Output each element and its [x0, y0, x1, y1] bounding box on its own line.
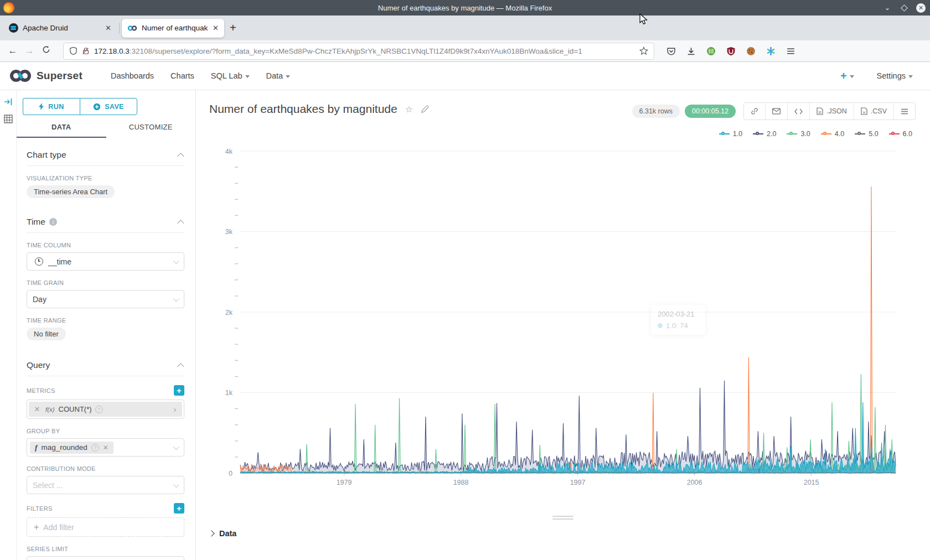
run-button[interactable]: RUN — [23, 98, 80, 115]
nav-sql-lab[interactable]: SQL Lab — [211, 71, 250, 80]
bolt-icon — [39, 103, 44, 110]
downloads-icon[interactable] — [686, 46, 696, 56]
group-by-select[interactable]: f mag_rounded ? ✕ — [27, 438, 184, 457]
chevron-down-icon — [908, 75, 913, 78]
series-limit-select[interactable]: Select ... — [27, 556, 184, 560]
nav-settings[interactable]: Settings — [877, 71, 913, 80]
time-grain-select[interactable]: Day — [27, 290, 184, 308]
bookmark-star-icon[interactable] — [639, 46, 648, 55]
menu-icon[interactable] — [786, 46, 795, 56]
chevron-down-icon — [173, 444, 179, 450]
window-titlebar: Numer of earthquakes by magnitude — Mozi… — [0, 0, 930, 15]
tab-customize[interactable]: CUSTOMIZE — [106, 123, 196, 138]
window-close-icon[interactable]: ✕ — [916, 3, 926, 13]
privacy-badger-icon[interactable] — [706, 46, 716, 56]
embed-code-button[interactable] — [788, 103, 810, 120]
new-tab-button[interactable]: + — [230, 22, 236, 34]
remove-icon[interactable]: ✕ — [103, 444, 108, 452]
svg-text:1997: 1997 — [570, 479, 586, 486]
data-panel-toggle[interactable]: Data — [209, 529, 236, 538]
email-button[interactable] — [766, 103, 788, 120]
reload-icon[interactable] — [38, 45, 54, 56]
tab-apache-druid[interactable]: Apache Druid ✕ — [3, 19, 117, 38]
nav-dashboards[interactable]: Dashboards — [111, 71, 154, 80]
url-bar[interactable]: 172.18.0.3:32108/superset/explore/?form_… — [63, 43, 654, 60]
tab-close-icon[interactable]: ✕ — [213, 24, 219, 32]
cookie-icon[interactable] — [746, 46, 756, 56]
copy-link-button[interactable] — [744, 103, 766, 120]
nav-charts[interactable]: Charts — [170, 71, 194, 80]
multi-account-icon[interactable] — [766, 46, 776, 56]
legend-marker-icon — [719, 131, 730, 137]
legend-marker-icon — [855, 131, 865, 137]
chevron-up-icon — [177, 220, 184, 227]
tab-close-icon[interactable]: ✕ — [105, 24, 111, 32]
window-maximize-icon[interactable] — [900, 3, 908, 12]
legend-item-3.0[interactable]: 3.0 — [787, 130, 810, 138]
save-button[interactable]: SAVE — [80, 98, 137, 115]
legend-label: 4.0 — [835, 130, 844, 138]
query-timer-badge: 00:00:05.12 — [685, 105, 736, 118]
superset-logo[interactable]: Superset — [9, 69, 82, 83]
pocket-icon[interactable] — [666, 46, 676, 56]
legend-item-5.0[interactable]: 5.0 — [855, 130, 878, 138]
chevron-down-icon — [173, 295, 179, 302]
add-metric-button[interactable]: + — [174, 385, 184, 396]
shield-icon[interactable] — [69, 46, 78, 55]
timeseries-area-chart[interactable]: 01k2k3k4k19791988199720062015 — [210, 138, 930, 495]
time-range-pill[interactable]: No filter — [27, 328, 66, 340]
back-icon[interactable]: ← — [4, 45, 21, 56]
window-minimize-icon[interactable]: ⌄ — [883, 3, 892, 12]
nav-data[interactable]: Data — [266, 71, 291, 80]
section-chart-type[interactable]: Chart type — [27, 138, 184, 166]
chart-panel: Numer of earthquakes by magnitude ☆ 6.31… — [196, 90, 930, 560]
tab-earthquakes[interactable]: Numer of earthquakes by ✕ — [122, 19, 224, 38]
file-icon — [817, 107, 823, 115]
more-options-button[interactable] — [894, 103, 915, 120]
export-json-button[interactable]: .JSON — [810, 103, 854, 120]
lock-disabled-icon[interactable] — [82, 46, 90, 55]
section-time[interactable]: Time i — [27, 205, 184, 233]
forward-icon[interactable]: → — [21, 45, 38, 56]
url-text[interactable]: 172.18.0.3:32108/superset/explore/?form_… — [94, 47, 639, 55]
link-icon — [751, 107, 758, 115]
favorite-star-icon[interactable]: ☆ — [405, 104, 413, 115]
help-icon: ? — [95, 406, 103, 413]
time-column-select[interactable]: __time — [27, 252, 184, 271]
legend-item-6.0[interactable]: 6.0 — [889, 130, 912, 138]
ublock-icon[interactable] — [726, 46, 736, 56]
legend-item-4.0[interactable]: 4.0 — [821, 130, 844, 138]
tab-data[interactable]: DATA — [17, 123, 106, 138]
superset-favicon-icon — [127, 25, 137, 32]
viz-type-pill[interactable]: Time-series Area Chart — [27, 185, 115, 198]
group-by-pill[interactable]: f mag_rounded ? ✕ — [30, 442, 113, 454]
side-rail — [0, 90, 17, 560]
filters-label: FILTERS + — [27, 503, 184, 514]
add-filter-dropzone[interactable]: + Add filter — [27, 517, 184, 537]
info-icon: i — [49, 218, 57, 226]
new-item-button[interactable]: + — [840, 70, 854, 82]
dataset-grid-icon[interactable] — [4, 115, 13, 123]
browser-toolbar: ← → 172.18.0.3:32108/superset/explore/?f… — [0, 40, 930, 62]
legend-item-1.0[interactable]: 1.0 — [719, 130, 742, 138]
export-csv-button[interactable]: .CSV — [854, 103, 894, 120]
edit-pencil-icon[interactable] — [421, 105, 429, 113]
screen: Numer of earthquakes by magnitude — Mozi… — [0, 0, 930, 560]
contribution-mode-select[interactable]: Select ... — [27, 476, 184, 494]
chevron-right-icon[interactable]: › — [168, 405, 182, 414]
metric-control[interactable]: ✕ f(x) COUNT(*) ? › — [27, 400, 184, 419]
svg-text:2006: 2006 — [687, 479, 702, 486]
group-by-label: GROUP BY — [27, 428, 184, 434]
tooltip-date: 2002-03-21 — [658, 310, 699, 318]
remove-metric-icon[interactable]: ✕ — [29, 405, 45, 413]
superset-logo-icon — [9, 69, 32, 83]
section-query[interactable]: Query — [27, 348, 184, 376]
svg-text:1k: 1k — [225, 389, 233, 397]
collapse-panel-icon[interactable] — [4, 98, 13, 106]
legend-item-2.0[interactable]: 2.0 — [753, 130, 776, 138]
chevron-down-icon — [850, 75, 854, 78]
panel-resize-handle[interactable] — [552, 514, 574, 521]
metrics-label: METRICS + — [27, 385, 184, 396]
chart-title: Numer of earthquakes by magnitude — [209, 102, 397, 116]
add-filter-button[interactable]: + — [174, 503, 184, 514]
